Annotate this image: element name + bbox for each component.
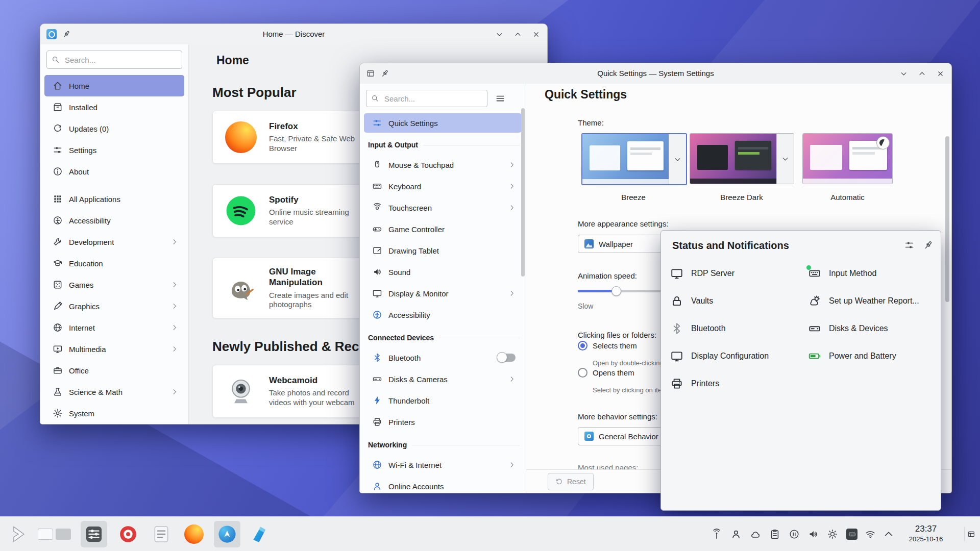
minimize-button[interactable]	[898, 68, 909, 79]
clipboard-icon[interactable]	[769, 529, 780, 540]
task-system-settings[interactable]	[81, 521, 107, 547]
minimize-button[interactable]	[494, 29, 504, 39]
slider-handle[interactable]	[611, 286, 621, 296]
theme-option-breeze-dark[interactable]	[690, 133, 794, 184]
task-firefox[interactable]	[181, 521, 207, 547]
task-webcam-app[interactable]	[115, 521, 141, 547]
tray-item-vaults[interactable]: Vaults	[670, 287, 803, 315]
maximize-button[interactable]	[512, 29, 523, 39]
brightness-icon[interactable]	[827, 529, 838, 540]
tray-item-input-method[interactable]: Input Method	[808, 260, 936, 287]
radio-button[interactable]	[578, 341, 587, 350]
radio-selects-them[interactable]: Selects them	[578, 341, 637, 350]
sidebar-item-graphics[interactable]: Graphics	[44, 295, 184, 317]
sidebar-item-science-math[interactable]: Science & Math	[44, 381, 184, 403]
sidebar-item-wifi-internet[interactable]: Wi-Fi & Internet	[364, 454, 522, 475]
sidebar-item-installed[interactable]: Installed	[44, 96, 184, 118]
sidebar-item-keyboard[interactable]: Keyboard	[364, 176, 522, 197]
clicking-behavior-label: Clicking files or folders:	[578, 331, 656, 339]
sidebar-item-bluetooth[interactable]: Bluetooth	[364, 347, 522, 368]
sidebar-item-game-controller[interactable]: Game Controller	[364, 218, 522, 240]
settings-titlebar[interactable]: Quick Settings — System Settings	[360, 63, 951, 84]
theme-option-automatic[interactable]	[802, 133, 893, 184]
chevron-right-icon	[171, 281, 178, 288]
discover-titlebar[interactable]: Home — Discover	[40, 24, 547, 45]
pager-desktop-2[interactable]	[56, 529, 71, 540]
radio-button[interactable]	[578, 368, 587, 378]
theme-dropdown-button[interactable]	[776, 134, 794, 184]
sidebar-item-display-monitor[interactable]: Display & Monitor	[364, 283, 522, 304]
sidebar-item-disks-cameras[interactable]: Disks & Cameras	[364, 368, 522, 390]
cellular-network-icon[interactable]	[711, 529, 722, 540]
sidebar-item-all-applications[interactable]: All Applications	[44, 188, 184, 210]
pin-icon[interactable]	[62, 30, 71, 39]
search-box[interactable]	[46, 51, 182, 69]
sidebar-item-accessibility[interactable]: Accessibility	[364, 304, 522, 325]
volume-icon[interactable]	[807, 529, 819, 540]
package-icon	[53, 102, 63, 112]
theme-dropdown-button[interactable]	[669, 134, 686, 184]
theme-preview-breeze[interactable]	[582, 134, 669, 184]
sidebar-item-about[interactable]: About	[44, 161, 184, 182]
cloud-icon[interactable]	[750, 529, 761, 540]
sidebar-item-settings[interactable]: Settings	[44, 139, 184, 161]
task-blue-arrow-app[interactable]	[247, 521, 273, 547]
reset-button[interactable]: Reset	[548, 473, 594, 490]
virtual-desktop-pager[interactable]	[38, 529, 71, 540]
app-launcher-button[interactable]	[6, 522, 31, 546]
sidebar-item-quick-settings[interactable]: Quick Settings	[364, 113, 522, 133]
close-button[interactable]	[935, 68, 945, 79]
sidebar-item-online-accounts[interactable]: Online Accounts	[364, 475, 522, 493]
content-scrollbar[interactable]	[945, 107, 949, 467]
tray-item-weather[interactable]: Set up Weather Report...	[808, 287, 936, 315]
expand-tray-icon[interactable]	[883, 529, 894, 540]
tray-item-power-battery[interactable]: Power and Battery	[808, 342, 936, 370]
tray-item-bluetooth[interactable]: Bluetooth	[670, 315, 803, 342]
user-switcher-icon[interactable]	[730, 529, 742, 540]
configure-icon[interactable]	[904, 240, 915, 251]
sidebar-item-games[interactable]: Games	[44, 274, 184, 295]
pin-icon[interactable]	[380, 69, 389, 78]
scrollbar-thumb[interactable]	[945, 136, 949, 302]
theme-preview-breeze-dark[interactable]	[690, 134, 776, 184]
sidebar-scrollbar[interactable]	[521, 108, 525, 277]
sidebar-item-thunderbolt[interactable]: Thunderbolt	[364, 390, 522, 411]
maximize-button[interactable]	[917, 68, 927, 79]
close-button[interactable]	[531, 29, 541, 39]
bluetooth-toggle[interactable]	[497, 354, 516, 362]
sidebar-item-system[interactable]: System	[44, 403, 184, 424]
search-box[interactable]	[366, 90, 487, 107]
input-method-icon[interactable]	[846, 529, 857, 540]
sidebar-item-accessibility[interactable]: Accessibility	[44, 210, 184, 231]
task-text-editor[interactable]	[148, 521, 175, 547]
hamburger-menu-button[interactable]	[492, 90, 509, 107]
sidebar-item-office[interactable]: Office	[44, 360, 184, 381]
tray-item-rdp-server[interactable]: RDP Server	[670, 260, 803, 287]
show-desktop-button[interactable]	[964, 527, 978, 541]
digital-clock[interactable]: 23:37 2025-10-16	[899, 523, 952, 543]
search-input[interactable]	[64, 55, 177, 65]
sidebar-item-sound[interactable]: Sound	[364, 261, 522, 283]
search-input[interactable]	[383, 94, 482, 104]
sidebar-item-drawing-tablet[interactable]: Drawing Tablet	[364, 240, 522, 261]
sidebar-item-updates[interactable]: Updates (0)	[44, 118, 184, 139]
tray-item-disks-devices[interactable]: Disks & Devices	[808, 315, 936, 342]
radio-opens-them[interactable]: Opens them	[578, 368, 634, 378]
sidebar-item-multimedia[interactable]: Multimedia	[44, 338, 184, 360]
sidebar-item-internet[interactable]: Internet	[44, 317, 184, 338]
media-player-icon[interactable]	[789, 529, 800, 540]
tray-item-display-configuration[interactable]: Display Configuration	[670, 342, 803, 370]
theme-preview-automatic[interactable]	[803, 134, 892, 184]
tray-item-printers[interactable]: Printers	[670, 370, 803, 397]
sidebar-item-education[interactable]: Education	[44, 253, 184, 274]
sidebar-item-home[interactable]: Home	[44, 75, 184, 96]
pin-icon[interactable]	[923, 240, 934, 251]
task-discover[interactable]	[214, 521, 240, 547]
sidebar-item-development[interactable]: Development	[44, 231, 184, 253]
pager-desktop-1[interactable]	[38, 529, 53, 540]
sidebar-item-mouse-touchpad[interactable]: Mouse & Touchpad	[364, 154, 522, 176]
sidebar-item-touchscreen[interactable]: Touchscreen	[364, 197, 522, 218]
theme-option-breeze[interactable]	[581, 133, 687, 185]
sidebar-item-printers[interactable]: Printers	[364, 411, 522, 433]
wifi-icon[interactable]	[865, 529, 876, 540]
